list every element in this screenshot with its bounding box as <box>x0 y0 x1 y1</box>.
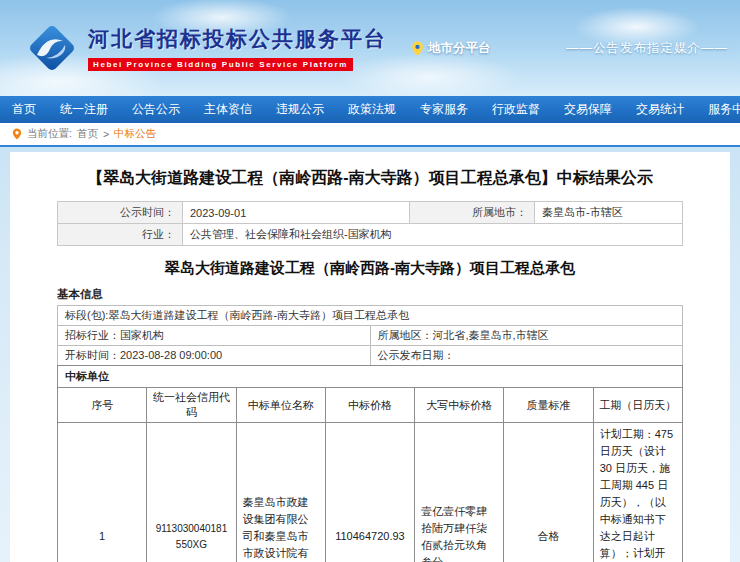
basic-info-heading: 基本信息 <box>57 287 683 302</box>
nav-item-home[interactable]: 首页 <box>0 96 48 123</box>
nav-item-announcements[interactable]: 公告公示 <box>120 96 192 123</box>
nav-item-transaction-guarantee[interactable]: 交易保障 <box>552 96 624 123</box>
nav-item-service-center[interactable]: 服务中心 <box>696 96 740 123</box>
basic-info-table: 标段(包):翠岛大街道路建设工程（南岭西路-南大寺路）项目工程总承包 招标行业：… <box>57 305 683 366</box>
basic-row: 标段(包):翠岛大街道路建设工程（南岭西路-南大寺路）项目工程总承包 <box>58 306 683 326</box>
notice-card: 【翠岛大街道路建设工程（南岭西路-南大寺路）项目工程总承包】中标结果公示 公示时… <box>10 152 730 562</box>
breadcrumb-separator: > <box>103 128 109 140</box>
winner-credit-code: 9113030040181550XG <box>147 423 236 562</box>
bid-region-cell: 所属地区：河北省,秦皇岛市,市辖区 <box>370 326 683 346</box>
platform-logo-icon <box>26 22 78 74</box>
col-winner-name: 中标单位名称 <box>236 388 325 423</box>
bid-open-time-value: 2023-08-28 09:00:00 <box>120 349 222 361</box>
breadcrumb-current: 中标公告 <box>114 127 156 141</box>
winner-name: 秦皇岛市政建设集团有限公司和秦皇岛市市政设计院有限公司联合体 <box>236 423 325 562</box>
project-title: 翠岛大街道路建设工程（南岭西路-南大寺路）项目工程总承包 <box>57 259 683 278</box>
notice-meta-table: 公示时间： 2023-09-01 所属地市： 秦皇岛市-市辖区 行业： 公共管理… <box>57 201 683 246</box>
nav-item-expert-services[interactable]: 专家服务 <box>408 96 480 123</box>
col-price-caps: 大写中标价格 <box>415 388 504 423</box>
notice-title: 【翠岛大街道路建设工程（南岭西路-南大寺路）项目工程总承包】中标结果公示 <box>57 168 683 189</box>
site-title-block: 河北省招标投标公共服务平台 Hebei Province Bidding Pub… <box>88 25 387 71</box>
breadcrumb: 当前位置: 首页 > 中标公告 <box>0 123 740 147</box>
bid-industry-label: 招标行业： <box>65 329 120 341</box>
bid-region-label: 所属地区： <box>378 329 433 341</box>
col-seq: 序号 <box>58 388 147 423</box>
city-subplatform-link[interactable]: 地市分平台 <box>411 40 491 57</box>
col-duration: 工期（日历天） <box>593 388 682 423</box>
nav-item-policies[interactable]: 政策法规 <box>336 96 408 123</box>
breadcrumb-home-link[interactable]: 首页 <box>77 127 98 141</box>
meta-row: 公示时间： 2023-09-01 所属地市： 秦皇岛市-市辖区 <box>58 202 683 224</box>
basic-row: 开标时间：2023-08-28 09:00:00 公示发布日期： <box>58 346 683 366</box>
col-quality: 质量标准 <box>504 388 593 423</box>
breadcrumb-label: 当前位置: <box>27 127 72 141</box>
publish-date-cell: 公示发布日期： <box>370 346 683 366</box>
bid-open-time-label: 开标时间： <box>65 349 120 361</box>
main-nav: 首页 统一注册 公告公示 主体资信 违规公示 政策法规 专家服务 行政监督 交易… <box>0 96 740 123</box>
bid-industry-cell: 招标行业：国家机构 <box>58 326 371 346</box>
industry-label: 行业： <box>58 224 183 246</box>
nav-item-unified-register[interactable]: 统一注册 <box>48 96 120 123</box>
bid-open-time-cell: 开标时间：2023-08-28 09:00:00 <box>58 346 371 366</box>
section-package: 标段(包):翠岛大街道路建设工程（南岭西路-南大寺路）项目工程总承包 <box>58 306 683 326</box>
publish-time-value: 2023-09-01 <box>183 202 410 224</box>
bid-industry-value: 国家机构 <box>120 329 164 341</box>
bid-region-value: 河北省,秦皇岛市,市辖区 <box>433 329 549 341</box>
col-credit-code: 统一社会信用代码 <box>147 388 236 423</box>
winner-duration: 计划工期：475 日历天（设计 30 日历天，施工周期 445 日历天），（以中… <box>593 423 682 562</box>
nav-item-entity-credit[interactable]: 主体资信 <box>192 96 264 123</box>
winner-price: 110464720.93 <box>325 423 414 562</box>
nav-item-violation-publicity[interactable]: 违规公示 <box>264 96 336 123</box>
basic-row: 招标行业：国家机构 所属地区：河北省,秦皇岛市,市辖区 <box>58 326 683 346</box>
media-designation-note: ——公告发布指定媒介—— <box>566 40 728 57</box>
nav-item-admin-supervision[interactable]: 行政监督 <box>480 96 552 123</box>
site-header: 河北省招标投标公共服务平台 Hebei Province Bidding Pub… <box>0 0 740 96</box>
winner-row: 1 9113030040181550XG 秦皇岛市政建设集团有限公司和秦皇岛市市… <box>58 423 683 562</box>
winner-seq: 1 <box>58 423 147 562</box>
site-title: 河北省招标投标公共服务平台 <box>88 25 387 53</box>
winner-table: 中标单位 序号 统一社会信用代码 中标单位名称 中标价格 大写中标价格 质量标准… <box>57 365 683 562</box>
page: 河北省招标投标公共服务平台 Hebei Province Bidding Pub… <box>0 0 740 562</box>
winner-section-row: 中标单位 <box>58 366 683 388</box>
col-price: 中标价格 <box>325 388 414 423</box>
winner-quality: 合格 <box>504 423 593 562</box>
city-subplatform-label: 地市分平台 <box>428 40 491 57</box>
site-subtitle: Hebei Province Bidding Public Service Pl… <box>88 58 353 71</box>
winner-price-caps: 壹亿壹仟零肆拾陆万肆仟柒佰贰拾元玖角叁分 <box>415 423 504 562</box>
region-label: 所属地市： <box>410 202 535 224</box>
winner-header-row: 序号 统一社会信用代码 中标单位名称 中标价格 大写中标价格 质量标准 工期（日… <box>58 388 683 423</box>
breadcrumb-location-icon <box>12 128 22 140</box>
winner-section-heading: 中标单位 <box>58 366 683 388</box>
publish-date-label: 公示发布日期： <box>378 349 455 361</box>
meta-row: 行业： 公共管理、社会保障和社会组织-国家机构 <box>58 224 683 246</box>
location-pin-icon <box>411 41 424 56</box>
publish-time-label: 公示时间： <box>58 202 183 224</box>
nav-item-transaction-stats[interactable]: 交易统计 <box>624 96 696 123</box>
region-value: 秦皇岛市-市辖区 <box>535 202 683 224</box>
industry-value: 公共管理、社会保障和社会组织-国家机构 <box>183 224 683 246</box>
